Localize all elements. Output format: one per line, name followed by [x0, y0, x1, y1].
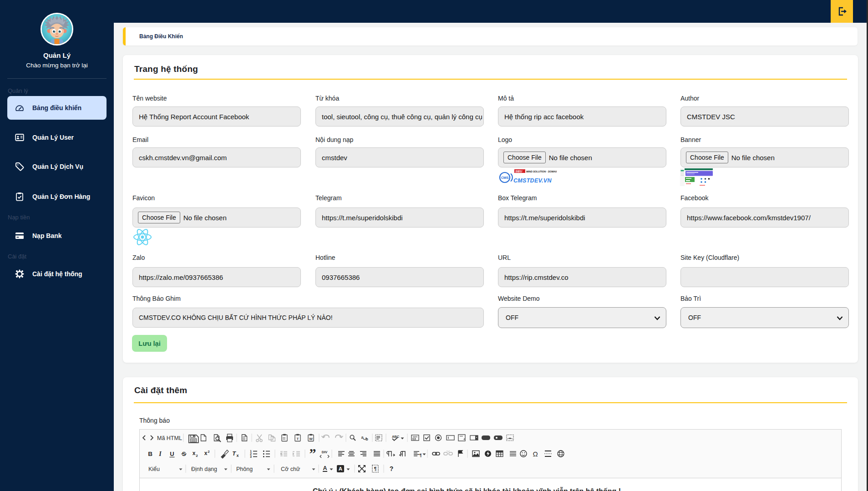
svg-text:T: T: [297, 437, 299, 441]
svg-text:ABC: ABC: [392, 435, 400, 439]
svg-text:A: A: [323, 465, 327, 471]
svg-text:I: I: [158, 451, 162, 457]
svg-text:2: 2: [196, 454, 198, 458]
svg-text:x: x: [193, 450, 196, 456]
svg-text:”: ”: [310, 445, 316, 461]
svg-text:x: x: [204, 450, 208, 456]
svg-text:Định dạng: Định dạng: [191, 466, 217, 472]
svg-text:3: 3: [250, 455, 252, 458]
svg-text:CMS: CMS: [501, 176, 509, 180]
svg-text:Mã HTML: Mã HTML: [157, 435, 182, 441]
svg-text:¶: ¶: [374, 466, 377, 471]
svg-text:SIEU: SIEU: [515, 170, 522, 173]
svg-text:B: B: [148, 451, 152, 457]
svg-text:A: A: [339, 466, 342, 471]
svg-text:Ω: Ω: [533, 450, 538, 458]
svg-text:x: x: [236, 453, 239, 458]
svg-text:Cỡ chữ: Cỡ chữ: [281, 466, 300, 472]
svg-text:?: ?: [390, 465, 394, 472]
svg-text:MIND SOLUTION - DOMAIN: MIND SOLUTION - DOMAIN: [526, 170, 557, 173]
svg-text:CMSTDEV.VN: CMSTDEV.VN: [513, 177, 552, 184]
svg-text:U: U: [170, 451, 174, 457]
svg-text:¶: ¶: [419, 453, 421, 457]
svg-text:T: T: [232, 451, 236, 457]
svg-text:DIV: DIV: [322, 450, 328, 454]
svg-text:2: 2: [208, 450, 210, 454]
svg-text:Kiểu: Kiểu: [148, 466, 160, 472]
svg-text:Phông: Phông: [236, 466, 253, 472]
svg-text:W: W: [309, 437, 313, 441]
